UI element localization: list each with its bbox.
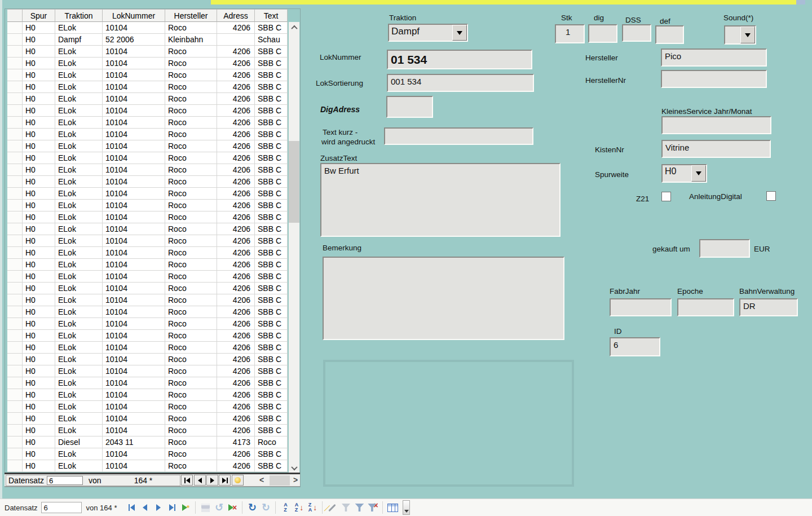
cell-spur[interactable]: H0 [23,46,55,58]
cell-loknummer[interactable]: 10104 [103,448,165,460]
traktion-dropdown-button[interactable] [452,25,467,41]
cell-loknummer[interactable]: 10104 [103,294,165,306]
cell-traktion[interactable]: ELok [55,105,103,117]
cell-traktion[interactable]: ELok [55,22,103,34]
cell-text[interactable]: SBB C [255,330,288,342]
cell-hersteller[interactable]: Roco [165,22,217,34]
new-record-button[interactable] [232,475,244,486]
gekauft-field[interactable] [699,239,750,258]
table-row[interactable]: H0ELok10104Roco4206SBB C [7,330,288,342]
row-selector[interactable] [7,306,23,318]
cell-adress[interactable]: 4206 [217,354,255,365]
previous-record-button[interactable] [138,501,152,514]
cell-traktion[interactable]: ELok [55,448,103,460]
row-selector[interactable] [7,401,23,413]
cell-text[interactable]: SBB C [255,117,288,129]
cell-text[interactable]: SBB C [255,271,288,283]
table-row[interactable]: H0ELok10104Roco4206SBB C [7,69,288,81]
row-selector[interactable] [7,330,23,342]
cell-traktion[interactable]: ELok [55,259,103,271]
cell-hersteller[interactable]: Roco [165,425,217,436]
cell-spur[interactable]: H0 [23,377,55,389]
cell-adress[interactable]: 4206 [217,58,255,69]
table-row[interactable]: H0ELok10104Roco4206SBB C [7,188,288,200]
cell-text[interactable]: SBB C [255,425,288,436]
cell-spur[interactable]: H0 [23,365,55,377]
datasheet-view-button[interactable] [386,501,399,514]
column-header-text[interactable]: Text [255,9,288,22]
cell-text[interactable]: SBB C [255,448,288,460]
dss-field[interactable] [622,24,651,42]
last-record-button[interactable] [165,501,179,514]
cell-adress[interactable]: 4206 [217,223,255,235]
table-row[interactable]: H0ELok10104Roco4206SBB C [7,46,288,58]
cell-adress[interactable]: 4206 [217,22,255,34]
cell-adress[interactable]: 4206 [217,164,255,176]
cell-loknummer[interactable]: 10104 [103,93,165,105]
row-selector[interactable] [7,436,23,448]
cell-hersteller[interactable]: Roco [165,188,217,200]
cell-adress[interactable]: 4206 [217,46,255,58]
cell-spur[interactable]: H0 [23,211,55,223]
cell-hersteller[interactable]: Roco [165,235,217,247]
cell-text[interactable]: SBB C [255,283,288,294]
cell-loknummer[interactable]: 10104 [103,365,165,377]
cell-adress[interactable]: 4206 [217,271,255,283]
cell-hersteller[interactable]: Kleinbahn [165,34,217,46]
table-row[interactable]: H0ELok10104Roco4206SBB C [7,365,288,377]
sort-ascending-button[interactable]: AZ↓ [292,501,306,514]
cell-spur[interactable]: H0 [23,413,55,425]
cell-spur[interactable]: H0 [23,330,55,342]
sort-selector-button[interactable]: AZ [279,501,292,514]
table-row[interactable]: H0ELok10104Roco4206SBB C [7,22,288,34]
cell-traktion[interactable]: ELok [55,140,103,152]
cell-hersteller[interactable]: Roco [165,283,217,294]
cell-hersteller[interactable]: Roco [165,318,217,330]
cell-spur[interactable]: H0 [23,117,55,129]
cell-text[interactable]: SBB C [255,105,288,117]
cell-traktion[interactable]: ELok [55,247,103,259]
row-selector[interactable] [7,342,23,354]
first-record-button[interactable] [125,501,138,514]
cell-traktion[interactable]: ELok [55,69,103,81]
row-selector[interactable] [7,140,23,152]
vscroll-thumb[interactable] [289,141,299,223]
cell-loknummer[interactable]: 10104 [103,354,165,365]
vscroll-track[interactable] [289,33,299,462]
cell-traktion[interactable]: ELok [55,93,103,105]
cell-loknummer[interactable]: 10104 [103,164,165,176]
cell-text[interactable]: SBB C [255,129,288,140]
cell-text[interactable]: SBB C [255,413,288,425]
table-row[interactable]: H0ELok10104Roco4206SBB C [7,105,288,117]
cell-text[interactable]: SBB C [255,211,288,223]
cell-hersteller[interactable]: Roco [165,129,217,140]
column-header-spur[interactable]: Spur [23,9,55,22]
cell-traktion[interactable]: ELok [55,413,103,425]
row-selector[interactable] [7,259,23,271]
cell-loknummer[interactable]: 10104 [103,129,165,140]
cell-traktion[interactable]: ELok [55,377,103,389]
cell-hersteller[interactable]: Roco [165,81,217,93]
table-row[interactable]: H0ELok10104Roco4206SBB C [7,176,288,188]
refresh-button[interactable]: ↻ [245,501,259,514]
cell-hersteller[interactable]: Roco [165,69,217,81]
table-row[interactable]: H0ELok10104Roco4206SBB C [7,117,288,129]
table-row[interactable]: H0ELok10104Roco4206SBB C [7,342,288,354]
cell-adress[interactable]: 4206 [217,330,255,342]
next-record-button[interactable] [152,501,165,514]
cell-adress[interactable]: 4206 [217,365,255,377]
cell-adress[interactable]: 4206 [217,105,255,117]
kistennr-field[interactable]: Vitrine [661,140,771,158]
cell-adress[interactable]: 4206 [217,306,255,318]
cell-adress[interactable]: 4206 [217,318,255,330]
cell-spur[interactable]: H0 [23,235,55,247]
cell-loknummer[interactable]: 10104 [103,46,165,58]
table-row[interactable]: H0ELok10104Roco4206SBB C [7,294,288,306]
cell-traktion[interactable]: ELok [55,283,103,294]
cell-loknummer[interactable]: 10104 [103,176,165,188]
cell-loknummer[interactable]: 10104 [103,223,165,235]
bahnverwaltung-field[interactable]: DR [739,298,798,316]
cell-hersteller[interactable]: Roco [165,354,217,365]
loknummer-field[interactable]: 01 534 [387,50,532,69]
cell-traktion[interactable]: ELok [55,318,103,330]
